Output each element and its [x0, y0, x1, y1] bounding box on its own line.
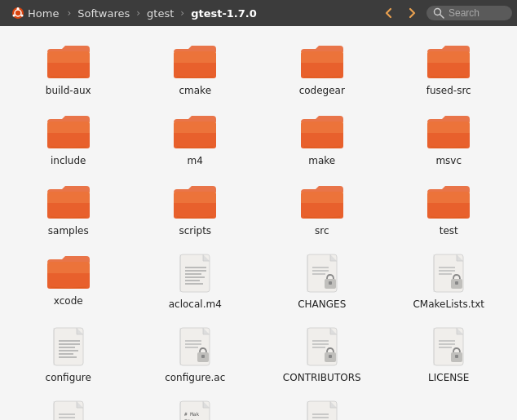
svg-rect-69: [201, 355, 205, 358]
home-label: Home: [28, 7, 59, 20]
file-label: cmake: [179, 85, 211, 96]
file-item[interactable]: include: [7, 106, 130, 173]
file-label: build-aux: [46, 85, 91, 96]
file-label: codegear: [299, 85, 345, 96]
file-item[interactable]: LICENSE: [387, 320, 511, 390]
svg-rect-22: [427, 122, 470, 133]
document-icon: [177, 253, 213, 295]
folder-icon-container: [46, 42, 91, 82]
doc-icon-container: [51, 400, 86, 420]
folder-icon-container: [46, 113, 91, 152]
file-item[interactable]: make: [260, 106, 384, 173]
file-label: LICENSE: [428, 372, 469, 383]
doc-icon-container: [51, 326, 86, 369]
svg-rect-18: [174, 122, 216, 133]
svg-rect-28: [301, 192, 343, 203]
forward-button[interactable]: [400, 2, 423, 24]
svg-point-4: [13, 15, 15, 17]
svg-rect-32: [47, 262, 90, 273]
nav-current: gtest-1.7.0: [186, 4, 262, 23]
document-icon: [431, 326, 466, 369]
svg-rect-10: [174, 51, 216, 63]
folder-icon-container: [426, 183, 471, 222]
folder-icon-container: [172, 42, 218, 82]
folder-icon: [426, 42, 471, 82]
file-item[interactable]: CONTRIBUTORS: [260, 320, 384, 390]
file-item[interactable]: build-aux: [7, 36, 130, 103]
doc-icon-container: [304, 400, 340, 420]
svg-rect-8: [47, 51, 90, 63]
nav-softwares[interactable]: Softwares: [73, 4, 135, 23]
folder-icon: [172, 183, 218, 222]
file-item[interactable]: m4: [134, 106, 258, 173]
file-item[interactable]: fused-src: [387, 36, 511, 103]
folder-icon: [46, 42, 91, 82]
svg-rect-54: [455, 281, 458, 285]
folder-icon-container: [426, 113, 471, 152]
nav-gtest[interactable]: gtest: [142, 4, 179, 23]
file-item[interactable]: scripts: [134, 176, 258, 243]
file-item[interactable]: CHANGES: [260, 246, 384, 316]
folder-icon-container: [299, 42, 345, 82]
file-item[interactable]: CMakeLists.txt: [387, 246, 511, 316]
document-icon: [304, 253, 340, 295]
forward-arrow-icon: [404, 6, 419, 20]
document-icon: [304, 400, 340, 420]
folder-icon-container: [172, 183, 218, 222]
svg-line-6: [440, 15, 444, 19]
doc-icon-container: [177, 253, 213, 295]
back-arrow-icon: [382, 6, 396, 20]
svg-rect-14: [427, 51, 470, 63]
folder-icon: [46, 113, 91, 152]
svg-rect-20: [301, 122, 343, 133]
folder-icon: [299, 183, 345, 222]
file-label: fused-src: [426, 85, 471, 96]
file-item[interactable]: xcode: [7, 246, 130, 316]
search-icon: [433, 7, 444, 19]
folder-icon: [299, 113, 345, 152]
document-icon: [177, 326, 213, 369]
folder-icon-container: [46, 253, 91, 292]
sep1: ›: [65, 7, 73, 19]
file-item[interactable]: aclocal.m4: [134, 246, 258, 316]
file-label: CHANGES: [298, 298, 346, 310]
svg-point-3: [21, 15, 24, 17]
doc-icon-container: [431, 326, 466, 369]
home-logo-icon: [11, 7, 24, 20]
file-label: test: [440, 225, 458, 237]
doc-icon-container: [431, 253, 466, 295]
file-item[interactable]: configure.ac: [134, 320, 258, 390]
file-item[interactable]: cmake: [134, 36, 258, 103]
folder-icon-container: [299, 183, 345, 222]
svg-rect-76: [329, 355, 332, 358]
nav-home[interactable]: Home: [5, 3, 65, 23]
svg-rect-26: [174, 192, 216, 203]
file-item[interactable]: msvc: [387, 106, 511, 173]
file-label: configure.ac: [165, 372, 225, 383]
file-item[interactable]: src: [260, 176, 384, 243]
file-item[interactable]: configure: [7, 320, 130, 390]
file-label: configure: [46, 372, 91, 383]
file-item[interactable]: # Mak @cc # Co Makefile.in: [134, 393, 258, 420]
file-item[interactable]: samples: [7, 176, 130, 243]
file-label: m4: [188, 155, 203, 166]
file-label: CONTRIBUTORS: [283, 372, 361, 383]
folder-icon-container: [46, 183, 91, 222]
back-button[interactable]: [378, 2, 400, 24]
svg-rect-12: [301, 51, 343, 63]
file-item[interactable]: README: [260, 393, 384, 420]
search-input[interactable]: [449, 7, 506, 19]
doc-icon-container: # Mak @cc # Co: [177, 400, 213, 420]
file-label: xcode: [54, 295, 83, 307]
svg-text:# Mak: # Mak: [184, 411, 199, 417]
document-icon: [431, 253, 466, 295]
folder-icon: [426, 183, 471, 222]
sep2: ›: [135, 7, 142, 19]
file-item[interactable]: Makefile.am: [7, 393, 130, 420]
file-item[interactable]: test: [387, 176, 511, 243]
file-label: scripts: [179, 225, 211, 237]
folder-icon: [46, 253, 91, 292]
document-icon: # Mak @cc # Co: [177, 400, 213, 420]
file-label: samples: [48, 225, 89, 237]
file-item[interactable]: codegear: [260, 36, 384, 103]
